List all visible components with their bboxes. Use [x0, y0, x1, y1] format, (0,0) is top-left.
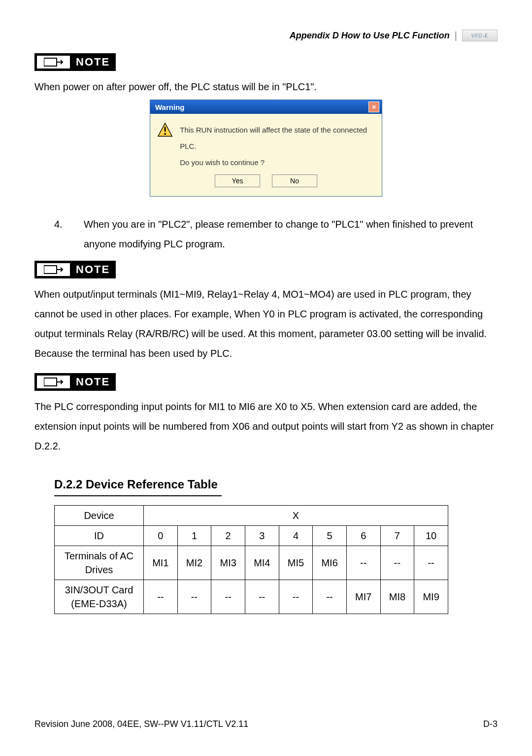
warning-icon	[157, 122, 173, 138]
dialog-titlebar: Warning ×	[150, 100, 382, 114]
col-h: 7	[380, 526, 414, 546]
col-group-x: X	[144, 506, 448, 526]
product-logo: VFD-E	[462, 30, 498, 41]
table-row: Device X	[55, 506, 448, 526]
row-label: Terminals of AC Drives	[55, 546, 144, 580]
cell: --	[313, 580, 347, 614]
list-number: 4.	[54, 214, 64, 254]
col-id: ID	[55, 526, 144, 546]
cell: MI8	[380, 580, 414, 614]
note-icon	[34, 261, 70, 278]
appendix-title: Appendix D How to Use PLC Function	[290, 31, 450, 41]
row-label: 3IN/3OUT Card (EME-D33A)	[55, 580, 144, 614]
device-reference-table: Device X ID 0 1 2 3 4 5 6 7 10 Terminals…	[54, 505, 448, 614]
dialog-title-text: Warning	[155, 103, 184, 111]
col-h: 3	[245, 526, 279, 546]
cell: MI9	[414, 580, 448, 614]
col-h: 1	[177, 526, 211, 546]
cell: MI2	[177, 546, 211, 580]
svg-rect-5	[44, 378, 57, 386]
svg-rect-4	[44, 266, 57, 274]
dialog-message: This RUN instruction will affect the sta…	[180, 122, 375, 171]
dialog-line2: Do you wish to continue ?	[180, 154, 375, 171]
note1-text: When power on after power off, the PLC s…	[34, 77, 498, 97]
note-label: NOTE	[70, 53, 116, 71]
separator: |	[455, 30, 457, 41]
col-h: 2	[211, 526, 245, 546]
table-row: 3IN/3OUT Card (EME-D33A) -- -- -- -- -- …	[55, 580, 448, 614]
cell: --	[144, 580, 178, 614]
yes-button[interactable]: Yes	[215, 174, 260, 187]
note3-text: The PLC corresponding input points for M…	[34, 397, 498, 456]
col-h: 10	[414, 526, 448, 546]
cell: --	[380, 546, 414, 580]
close-icon[interactable]: ×	[368, 102, 379, 112]
no-button[interactable]: No	[272, 174, 317, 187]
cell: MI3	[211, 546, 245, 580]
svg-rect-0	[44, 58, 57, 66]
cell: --	[245, 580, 279, 614]
cell: --	[177, 580, 211, 614]
cell: --	[346, 546, 380, 580]
note2-text: When output/input terminals (MI1~MI9, Re…	[34, 284, 498, 363]
col-h: 5	[313, 526, 347, 546]
page-footer: Revision June 2008, 04EE, SW--PW V1.11/C…	[34, 719, 498, 729]
col-h: 4	[279, 526, 313, 546]
warning-dialog: Warning × This RUN instruction will affe…	[150, 100, 382, 197]
cell: MI5	[279, 546, 313, 580]
svg-point-3	[164, 133, 166, 135]
note-label: NOTE	[70, 261, 116, 278]
dialog-line1: This RUN instruction will affect the sta…	[180, 122, 375, 154]
footer-right: D-3	[483, 719, 498, 729]
cell: --	[414, 546, 448, 580]
cell: --	[211, 580, 245, 614]
cell: MI1	[144, 546, 178, 580]
list-item-4: 4. When you are in "PLC2", please rememb…	[34, 214, 498, 254]
col-device: Device	[55, 506, 144, 526]
cell: MI4	[245, 546, 279, 580]
note-icon	[34, 373, 70, 391]
cell: MI7	[346, 580, 380, 614]
note-badge: NOTE	[34, 373, 116, 391]
note-badge: NOTE	[34, 261, 116, 278]
col-h: 6	[346, 526, 380, 546]
footer-left: Revision June 2008, 04EE, SW--PW V1.11/C…	[34, 719, 248, 729]
cell: --	[279, 580, 313, 614]
list-text: When you are in "PLC2", please remember …	[84, 214, 498, 254]
note-badge: NOTE	[34, 53, 116, 71]
col-h: 0	[144, 526, 178, 546]
page-header: Appendix D How to Use PLC Function | VFD…	[34, 30, 498, 41]
note-label: NOTE	[70, 373, 116, 391]
cell: MI6	[313, 546, 347, 580]
note-icon	[34, 53, 70, 71]
heading-underline	[54, 495, 222, 496]
table-row: Terminals of AC Drives MI1 MI2 MI3 MI4 M…	[55, 546, 448, 580]
section-heading: D.2.2 Device Reference Table	[54, 478, 498, 491]
table-row: ID 0 1 2 3 4 5 6 7 10	[55, 526, 448, 546]
